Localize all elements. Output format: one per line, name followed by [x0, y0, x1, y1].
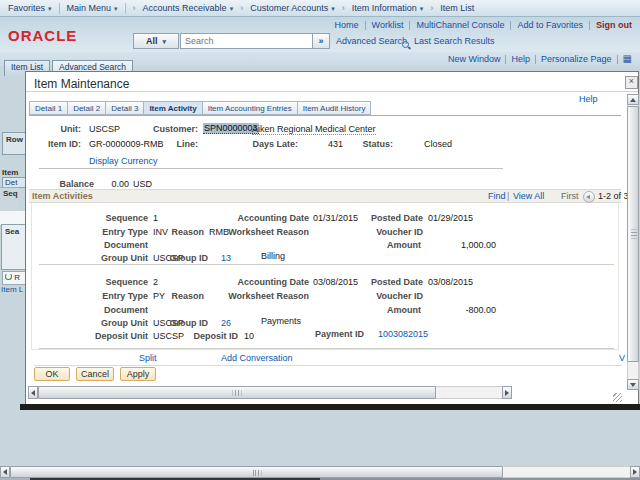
posted-date-value: 01/29/2015: [428, 213, 473, 223]
bg-fragment-item: Item: [2, 168, 25, 177]
breadcrumb-main-menu-label: Main Menu: [67, 3, 112, 13]
ok-button[interactable]: OK: [34, 367, 70, 381]
divider: [589, 21, 590, 30]
bg-item-list-link[interactable]: Item L: [1, 285, 25, 294]
scroll-down-button[interactable]: [627, 379, 639, 390]
worksheet-reason-label: Worksheet Reason: [209, 291, 309, 301]
search-input[interactable]: [180, 33, 316, 49]
breadcrumb-customer-accounts[interactable]: Customer Accounts ▾: [250, 3, 335, 13]
search-scope-select[interactable]: All ▾: [133, 33, 179, 49]
document-label: Document: [73, 305, 148, 315]
tab-item-accounting-entries[interactable]: Item Accounting Entries: [203, 101, 298, 115]
breadcrumb-item-label: Accounts Receivable: [143, 3, 227, 13]
breadcrumb-main-menu[interactable]: Main Menu ▾: [67, 3, 118, 13]
scrollbar-thumb[interactable]: [627, 106, 639, 362]
unit-label: Unit:: [31, 124, 81, 134]
breadcrumb-item-list[interactable]: Item List: [440, 3, 474, 13]
group-id-link[interactable]: 26: [221, 318, 231, 328]
amount-label: Amount: [341, 240, 421, 250]
display-currency-link[interactable]: Display Currency: [89, 156, 158, 166]
modal-help-link[interactable]: Help: [579, 94, 598, 104]
breadcrumb-item-information[interactable]: Item Information ▾: [352, 3, 424, 13]
scroll-left-button[interactable]: [28, 386, 38, 399]
deposit-unit-label: Deposit Unit: [73, 331, 148, 341]
tab-item-audit-history[interactable]: Item Audit History: [298, 101, 372, 115]
days-late-label: Days Late:: [228, 139, 298, 149]
divider: [39, 264, 614, 265]
divider: [59, 3, 60, 14]
add-conversation-link[interactable]: Add Conversation: [221, 353, 293, 363]
tab-detail-2[interactable]: Detail 2: [68, 101, 106, 115]
cancel-button[interactable]: Cancel: [76, 367, 114, 381]
pagination-first-label: First: [561, 191, 579, 201]
divider: [125, 3, 126, 14]
activity-category: Billing: [261, 251, 285, 261]
posted-date-value: 03/08/2015: [428, 277, 473, 287]
bg-refresh-button[interactable]: R: [2, 271, 27, 285]
breadcrumb-favorites[interactable]: Favorites ▾: [8, 3, 52, 13]
apply-button[interactable]: Apply: [120, 367, 156, 381]
scrollbar-thumb[interactable]: [10, 466, 503, 478]
sequence-value: 2: [153, 277, 158, 287]
item-id-label: Item ID:: [31, 139, 81, 149]
bg-fragment-seq-nbr-header: Seq Nbr: [0, 187, 19, 212]
group-id-label: Group ID: [148, 318, 208, 328]
amount-value: -800.00: [426, 305, 496, 315]
worksheet-reason-label: Worksheet Reason: [209, 227, 309, 237]
payment-id-link[interactable]: 1003082015: [378, 329, 428, 339]
pagination-previous-button[interactable]: [583, 191, 595, 203]
breadcrumb-favorites-label: Favorites: [8, 3, 45, 13]
last-search-results-link[interactable]: Last Search Results: [414, 36, 495, 46]
divider: |: [507, 191, 509, 201]
breadcrumb-item-label: Customer Accounts: [250, 3, 328, 13]
customer-id-value[interactable]: SPN0000003: [203, 123, 259, 134]
tab-detail-1[interactable]: Detail 1: [29, 101, 68, 115]
deposit-id-label: Deposit ID: [178, 331, 238, 341]
chevron-down-icon: ▾: [114, 5, 118, 12]
nav-multichannel-console[interactable]: MultiChannel Console: [416, 20, 504, 30]
new-window-link[interactable]: New Window: [448, 54, 501, 64]
search-go-button[interactable]: »: [312, 33, 330, 49]
accounting-date-label: Accounting Date: [209, 213, 309, 223]
posted-date-label: Posted Date: [343, 213, 423, 223]
sequence-label: Sequence: [73, 213, 148, 223]
deposit-id-value: 10: [244, 331, 254, 341]
customer-name-value[interactable]: Aiken Regional Medical Center: [252, 124, 376, 135]
grid-layout-icon[interactable]: ▦: [623, 54, 632, 64]
modal-tabs: Detail 1 Detail 2 Detail 3 Item Activity…: [29, 101, 371, 115]
sequence-label: Sequence: [73, 277, 148, 287]
view-all-link[interactable]: View All: [513, 191, 544, 201]
search-scope-value: All: [146, 36, 158, 46]
days-late-value: 431: [328, 139, 343, 149]
scrollbar-thumb[interactable]: [38, 386, 436, 399]
nav-worklist[interactable]: Worklist: [372, 20, 404, 30]
scroll-up-button[interactable]: [627, 94, 639, 105]
personalize-page-link[interactable]: Personalize Page: [541, 54, 612, 64]
sign-out-link[interactable]: Sign out: [596, 20, 632, 30]
chevron-down-icon: ▾: [48, 5, 52, 12]
oracle-logo: ORACLE: [8, 27, 77, 44]
scroll-right-button[interactable]: [502, 386, 512, 399]
top-nav: Home Worklist MultiChannel Console Add t…: [335, 20, 632, 30]
tab-detail-3[interactable]: Detail 3: [106, 101, 144, 115]
nav-home[interactable]: Home: [335, 20, 359, 30]
advanced-search-link[interactable]: Advanced Search: [336, 36, 407, 46]
chevron-right-icon: ›: [240, 3, 243, 13]
item-maintenance-modal: Item Maintenance × Help Detail 1 Detail …: [25, 71, 639, 405]
find-link[interactable]: Find: [488, 191, 506, 201]
close-icon[interactable]: ×: [625, 76, 638, 89]
tab-item-activity[interactable]: Item Activity: [144, 101, 202, 115]
help-link[interactable]: Help: [511, 54, 530, 64]
page-horizontal-scrollbar[interactable]: [0, 466, 640, 478]
group-id-link[interactable]: 13: [221, 253, 231, 263]
scroll-right-button[interactable]: [630, 466, 640, 478]
group-id-label: Group ID: [148, 253, 208, 263]
nav-add-to-favorites[interactable]: Add to Favorites: [517, 20, 583, 30]
scroll-left-button[interactable]: [0, 466, 10, 478]
resize-grip[interactable]: [613, 393, 622, 402]
chevron-down-icon: ▾: [331, 5, 335, 12]
view-link-cut[interactable]: V: [619, 353, 625, 363]
breadcrumb-accounts-receivable[interactable]: Accounts Receivable ▾: [143, 3, 234, 13]
split-link[interactable]: Split: [139, 353, 157, 363]
divider: [617, 55, 618, 64]
